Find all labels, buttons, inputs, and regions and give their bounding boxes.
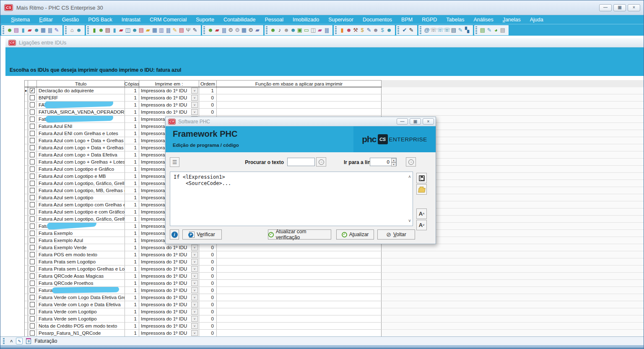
row-title-cell[interactable]: Fatura Azul ENI com Grelhas e Lotes (37, 130, 125, 137)
row-title-cell[interactable]: Fatura Verde com Logo e Data Efetiva (37, 301, 125, 308)
row-title-cell[interactable]: Fatu (37, 116, 125, 122)
row-copias-cell[interactable]: 1 (125, 151, 139, 158)
row-title-cell[interactable]: Fatura (37, 287, 125, 294)
row-funcao-cell[interactable] (217, 109, 382, 115)
row-title-cell[interactable]: Fatu (37, 223, 125, 229)
checkbox-unchecked[interactable] (30, 159, 35, 164)
goto-line-spinner[interactable]: ▲ ▼ (391, 158, 396, 167)
checkbox-unchecked[interactable] (30, 174, 35, 179)
row-copias-cell[interactable]: 1 (125, 323, 139, 329)
dropdown-chevron-icon[interactable]: ˅ (191, 259, 198, 265)
row-copias-cell[interactable]: 1 (125, 287, 139, 294)
row-title-cell[interactable]: Fatura Azul sem Logotipo (37, 194, 125, 201)
row-title-cell[interactable]: Fatura Verde sem Logotipo (37, 315, 125, 322)
checkbox-unchecked[interactable] (30, 138, 35, 143)
save-button[interactable] (416, 173, 427, 183)
row-funcao-cell[interactable] (217, 87, 382, 94)
phone-icon[interactable]: ☏ (430, 26, 437, 35)
checkbox-unchecked[interactable] (30, 124, 35, 129)
phone-blue-icon[interactable]: ☏ (437, 26, 444, 35)
drag-handle-icon[interactable] (3, 338, 5, 344)
report-icon[interactable]: ▤ (104, 26, 111, 35)
row-copias-cell[interactable]: 1 (125, 194, 139, 201)
row-ordem-cell[interactable]: 0 (199, 287, 217, 294)
printer-select-value[interactable]: Impressora do 1º IDU (141, 295, 187, 300)
row-copias-cell[interactable]: 1 (125, 237, 139, 244)
checkbox-unchecked[interactable] (30, 145, 35, 150)
row-funcao-cell[interactable] (217, 308, 382, 315)
menu-bpm[interactable]: BPM (397, 15, 417, 24)
row-copias-cell[interactable]: 1 (125, 116, 139, 122)
row-copias-cell[interactable]: 1 (125, 330, 139, 336)
row-copias-cell[interactable]: 1 (125, 258, 139, 265)
list-icon[interactable]: ▤ (13, 26, 20, 35)
edit-icon[interactable]: ✎ (486, 26, 493, 35)
menu-pos-back[interactable]: POS Back (83, 15, 117, 24)
font-decrease-button[interactable]: A˅ (416, 220, 427, 230)
code-editor[interactable]: If <lExpression1> <SourceCode>... ˄ ˅ (170, 172, 413, 226)
checkbox-unchecked[interactable] (30, 202, 35, 207)
row-funcao-cell[interactable] (217, 258, 382, 265)
dropdown-chevron-icon[interactable]: ˅ (191, 88, 198, 94)
checkbox-unchecked[interactable] (30, 266, 35, 271)
printer-select-value[interactable]: Impressora do 1º IDU (141, 88, 187, 93)
dropdown-chevron-icon[interactable]: ˅ (191, 95, 198, 101)
row-funcao-cell[interactable] (217, 323, 382, 329)
checkbox-unchecked[interactable] (30, 281, 35, 286)
row-title-cell[interactable]: Fatura QRCode Asas Magicas (37, 273, 125, 279)
monitor-icon[interactable]: ▭ (303, 26, 310, 35)
drag-handle-icon[interactable] (420, 26, 421, 34)
row-copias-cell[interactable]: 1 (125, 251, 139, 258)
row-copias-cell[interactable]: 1 (125, 266, 139, 272)
drag-handle-icon[interactable] (3, 26, 4, 34)
search-input[interactable] (287, 158, 315, 166)
checkbox-unchecked[interactable] (30, 252, 35, 257)
checkbox-unchecked[interactable] (30, 295, 35, 300)
checkbox-unchecked[interactable] (30, 216, 35, 221)
dropdown-chevron-icon[interactable]: ˅ (191, 102, 198, 108)
folder-dollar-icon[interactable]: $ (359, 26, 366, 35)
folder-red-icon[interactable]: ▰ (214, 26, 221, 35)
drag-handle-icon[interactable] (65, 26, 67, 34)
printer-select-value[interactable]: Impressora do 1º IDU (141, 259, 187, 264)
printer-select-value[interactable]: Impressora do 1º IDU (141, 323, 187, 328)
grid-icon[interactable]: ▦ (151, 26, 158, 35)
row-ordem-cell[interactable]: 0 (199, 266, 217, 272)
row-title-cell[interactable]: Fatura Exemplo (37, 230, 125, 237)
row-copias-cell[interactable]: 1 (125, 230, 139, 237)
row-title-cell[interactable]: Nota de Crédito POS em modo texto (37, 323, 125, 329)
row-ordem-cell[interactable]: 0 (199, 294, 217, 301)
dropdown-chevron-icon[interactable]: ˅ (191, 280, 198, 286)
row-copias-cell[interactable]: 1 (125, 273, 139, 279)
row-copias-cell[interactable]: 1 (125, 123, 139, 130)
tiles-icon[interactable]: ▚ (464, 26, 470, 35)
menu-imobilizado[interactable]: Imobilizado (288, 15, 324, 24)
notebook-icon[interactable]: ▮ (20, 26, 26, 35)
barcode-icon[interactable]: |||| (323, 26, 330, 35)
row-title-cell[interactable]: Fatura Azul com Logotipo, MB, Grelhas ( (37, 187, 125, 194)
notebook-icon[interactable]: ▮ (111, 26, 118, 35)
user-icon[interactable]: ☻ (270, 26, 276, 35)
row-copias-cell[interactable]: 1 (125, 173, 139, 180)
printer-select-value[interactable]: Impressora do 1º IDU (141, 302, 187, 307)
checkbox-unchecked[interactable] (30, 167, 35, 172)
checkbox-unchecked[interactable] (30, 273, 35, 279)
row-copias-cell[interactable]: 1 (125, 130, 139, 137)
checkbox-unchecked[interactable] (30, 238, 35, 243)
printer-select-value[interactable]: Impressora do 1º IDU (141, 252, 187, 257)
row-copias-cell[interactable]: 1 (125, 315, 139, 322)
double-check-icon[interactable]: ✔ (401, 26, 408, 35)
row-title-cell[interactable]: FAT (37, 102, 125, 108)
checkbox-unchecked[interactable] (30, 288, 35, 293)
row-title-cell[interactable]: Fatura Azul com Logo + Grelhas + Lotes (37, 159, 125, 165)
row-funcao-cell[interactable] (217, 102, 382, 108)
row-copias-cell[interactable]: 1 (125, 144, 139, 151)
home-icon[interactable]: ⌂ (69, 26, 75, 35)
row-ordem-cell[interactable]: 0 (199, 301, 217, 308)
row-funcao-cell[interactable] (217, 94, 382, 101)
row-copias-cell[interactable]: 1 (125, 216, 139, 222)
doc-green-icon[interactable]: ▤ (479, 26, 486, 35)
row-ordem-cell[interactable]: 0 (199, 280, 217, 286)
user-red-icon[interactable]: ☻ (345, 26, 352, 35)
printer-select-value[interactable]: Impressora do 1º IDU (141, 102, 187, 107)
